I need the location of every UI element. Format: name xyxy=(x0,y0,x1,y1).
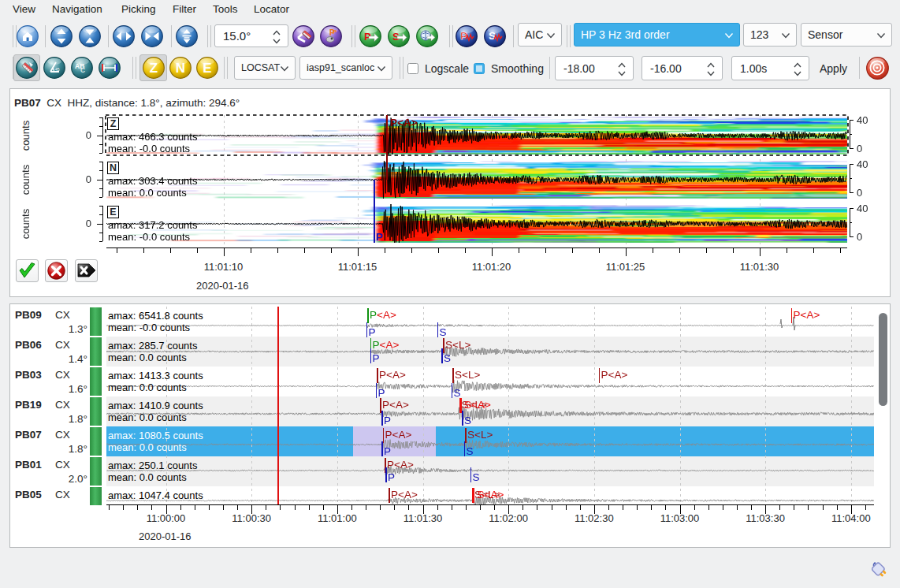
svg-text:P: P xyxy=(333,28,337,35)
svg-text:N: N xyxy=(176,61,185,76)
svg-text:S: S xyxy=(489,30,496,42)
svg-text:45: 45 xyxy=(55,67,60,72)
svg-text:P: P xyxy=(460,30,467,42)
svg-text:Z: Z xyxy=(150,61,158,76)
svg-text:C: C xyxy=(80,66,85,74)
svg-text:E: E xyxy=(203,61,211,76)
